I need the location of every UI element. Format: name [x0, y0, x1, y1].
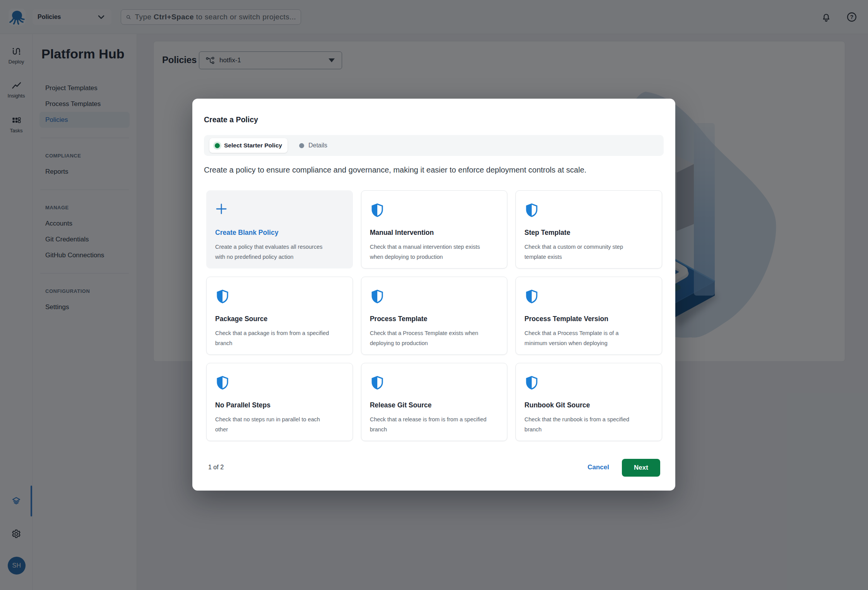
card-title: Runbook Git Source — [524, 401, 653, 409]
card-process-template-version[interactable]: Process Template Version Check that a Pr… — [515, 277, 662, 355]
card-title: Package Source — [215, 315, 344, 323]
step-select-starter-policy[interactable]: Select Starter Policy — [209, 138, 288, 153]
modal-title: Create a Policy — [204, 115, 258, 124]
shield-icon — [370, 203, 385, 217]
card-release-git-source[interactable]: Release Git Source Check that a release … — [361, 363, 508, 441]
step-label: Details — [308, 142, 327, 149]
card-package-source[interactable]: Package Source Check that a package is f… — [206, 277, 353, 355]
card-title: No Parallel Steps — [215, 401, 344, 409]
step-label: Select Starter Policy — [224, 142, 282, 149]
card-title: Release Git Source — [370, 401, 499, 409]
create-policy-modal: Create a Policy Select Starter Policy De… — [192, 99, 675, 491]
card-description: Check that a release is from is from a s… — [370, 414, 488, 434]
card-description: Check that a package is from from a spec… — [215, 328, 333, 348]
card-process-template[interactable]: Process Template Check that a Process Te… — [361, 277, 508, 355]
card-title: Process Template Version — [524, 315, 653, 323]
step-details[interactable]: Details — [299, 142, 327, 149]
plus-icon — [215, 203, 228, 215]
starter-policy-grid: Create Blank Policy Create a policy that… — [206, 190, 662, 441]
card-no-parallel-steps[interactable]: No Parallel Steps Check that no steps ru… — [206, 363, 353, 441]
card-step-template[interactable]: Step Template Check that a custom or com… — [515, 190, 662, 268]
modal-description: Create a policy to ensure compliance and… — [204, 166, 586, 174]
card-create-blank-policy[interactable]: Create Blank Policy Create a policy that… — [206, 190, 353, 268]
card-description: Check that a custom or community step te… — [524, 242, 642, 262]
shield-icon — [524, 375, 539, 390]
card-description: Create a policy that evaluates all resou… — [215, 242, 333, 262]
card-runbook-git-source[interactable]: Runbook Git Source Check that the runboo… — [515, 363, 662, 441]
shield-icon — [215, 375, 230, 390]
stepper: Select Starter Policy Details — [204, 135, 664, 156]
card-description: Check that a manual intervention step ex… — [370, 242, 488, 262]
shield-icon — [524, 289, 539, 304]
next-button[interactable]: Next — [622, 459, 660, 477]
cancel-button[interactable]: Cancel — [587, 463, 609, 471]
card-title: Process Template — [370, 315, 499, 323]
upcoming-step-dot-icon — [299, 143, 304, 148]
shield-icon — [215, 289, 230, 304]
card-description: Check that the runbook is from a specifi… — [524, 414, 642, 434]
wizard-page-indicator: 1 of 2 — [208, 464, 224, 471]
card-description: Check that a Process Template is of a mi… — [524, 328, 642, 348]
card-title: Create Blank Policy — [215, 229, 344, 237]
card-description: Check that no steps run in parallel to e… — [215, 414, 333, 434]
shield-icon — [370, 289, 385, 304]
shield-icon — [370, 375, 385, 390]
card-title: Step Template — [524, 229, 653, 237]
active-step-dot-icon — [215, 143, 220, 148]
card-manual-intervention[interactable]: Manual Intervention Check that a manual … — [361, 190, 508, 268]
card-description: Check that a Process Template exists whe… — [370, 328, 488, 348]
card-title: Manual Intervention — [370, 229, 499, 237]
shield-icon — [524, 203, 539, 217]
